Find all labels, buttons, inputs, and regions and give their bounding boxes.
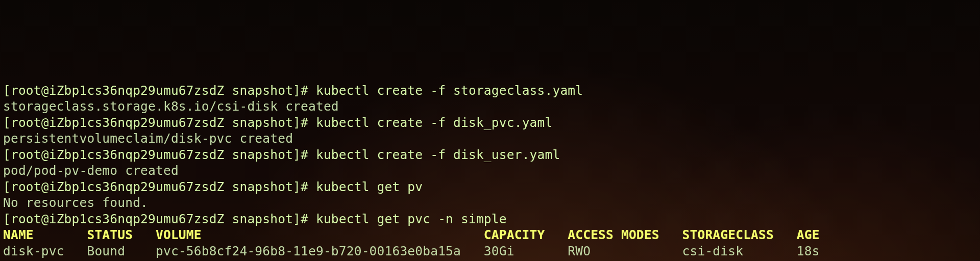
output-4: No resources found. [3, 195, 148, 210]
cmd-3: kubectl create -f disk_user.yaml [316, 147, 560, 162]
prompt-line: [root@iZbp1cs36nqp29umu67zsdZ snapshot]#… [3, 179, 423, 194]
terminal[interactable]: [root@iZbp1cs36nqp29umu67zsdZ snapshot]#… [0, 64, 980, 261]
prompt: [root@iZbp1cs36nqp29umu67zsdZ snapshot]# [3, 212, 316, 226]
cmd-5: kubectl get pvc -n simple [316, 212, 507, 226]
cmd-2: kubectl create -f disk_pvc.yaml [316, 115, 552, 130]
prompt-line: [root@iZbp1cs36nqp29umu67zsdZ snapshot]#… [3, 83, 583, 98]
prompt: [root@iZbp1cs36nqp29umu67zsdZ snapshot]# [3, 147, 316, 162]
prompt-line: [root@iZbp1cs36nqp29umu67zsdZ snapshot]#… [3, 212, 507, 226]
prompt-line: [root@iZbp1cs36nqp29umu67zsdZ snapshot]#… [3, 115, 552, 130]
cmd-1: kubectl create -f storageclass.yaml [316, 83, 583, 98]
prompt: [root@iZbp1cs36nqp29umu67zsdZ snapshot]# [3, 115, 316, 130]
prompt: [root@iZbp1cs36nqp29umu67zsdZ snapshot]# [3, 83, 316, 98]
prompt-line: [root@iZbp1cs36nqp29umu67zsdZ snapshot]#… [3, 147, 560, 162]
output-1: storageclass.storage.k8s.io/csi-disk cre… [3, 99, 339, 114]
pvc-header: NAME STATUS VOLUME CAPACITY ACCESS MODES… [3, 227, 820, 242]
output-3: pod/pod-pv-demo created [3, 163, 179, 178]
output-2: persistentvolumeclaim/disk-pvc created [3, 131, 293, 146]
prompt: [root@iZbp1cs36nqp29umu67zsdZ snapshot]# [3, 179, 316, 194]
cmd-4: kubectl get pv [316, 179, 423, 194]
pvc-row: disk-pvc Bound pvc-56b8cf24-96b8-11e9-b7… [3, 244, 820, 258]
